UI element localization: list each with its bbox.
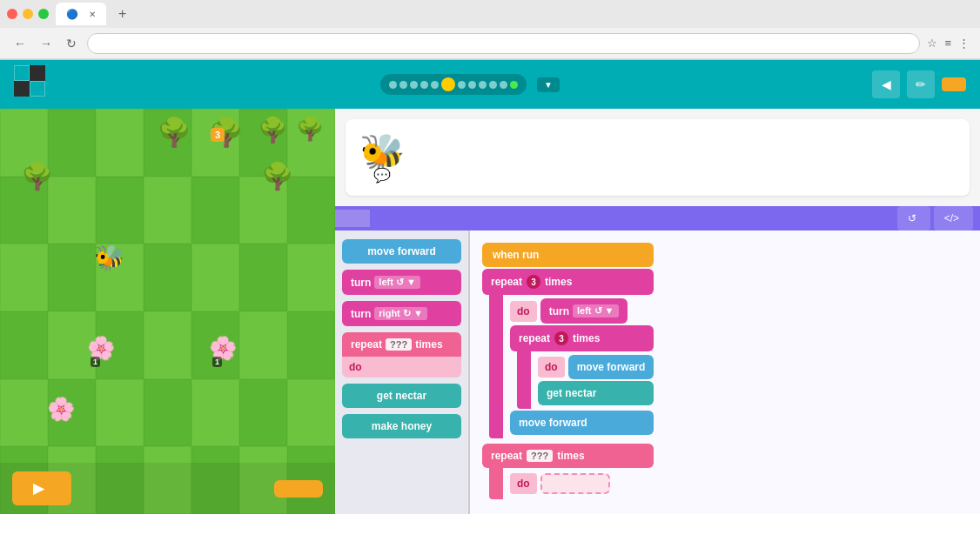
turn-ws-label: turn bbox=[549, 305, 569, 317]
instruction-box: 🐝 💬 bbox=[346, 119, 970, 196]
turn-left-inner: left ↺ ▼ bbox=[374, 276, 420, 289]
user-btn[interactable] bbox=[942, 77, 966, 91]
do-label-1: do bbox=[510, 301, 537, 322]
forward-btn[interactable]: → bbox=[37, 35, 56, 52]
start-over-btn[interactable]: ↺ bbox=[897, 206, 930, 231]
turn-right-label: turn bbox=[351, 308, 371, 320]
do-empty-row: do bbox=[510, 471, 610, 496]
outer-repeat-children: do turn left ↺ ▼ repeat bbox=[503, 295, 654, 438]
tab-close-btn[interactable]: ✕ bbox=[89, 10, 96, 19]
inner-repeat-block: repeat 3 times do bbox=[510, 325, 654, 409]
settings-icon[interactable]: ≡ bbox=[944, 37, 951, 50]
dot-12 bbox=[510, 81, 518, 89]
inner-repeat-children: do move forward get nectar bbox=[531, 351, 654, 409]
stage-area: ▼ bbox=[57, 74, 872, 95]
bottom-repeat-block: repeat ??? times do bbox=[482, 444, 654, 499]
step-btn[interactable] bbox=[274, 480, 323, 498]
bottom-repeat-times: times bbox=[557, 450, 584, 462]
workspace-header: ↺ </> bbox=[335, 206, 980, 231]
inner-repeat-label: repeat bbox=[519, 332, 550, 344]
puzzle-dots bbox=[380, 74, 527, 95]
move-forward-ws1[interactable]: move forward bbox=[568, 355, 654, 379]
get-nectar-ws[interactable]: get nectar bbox=[538, 381, 654, 405]
do-label-2: do bbox=[538, 357, 565, 378]
extensions-icon[interactable]: ⋮ bbox=[958, 37, 970, 50]
bookmark-icon[interactable]: ☆ bbox=[927, 37, 937, 50]
turn-left-ws-block[interactable]: turn left ↺ ▼ bbox=[540, 298, 628, 324]
dot-11 bbox=[500, 81, 507, 89]
dot-1 bbox=[389, 81, 397, 89]
dot-3 bbox=[410, 81, 418, 89]
turn-right-inner: right ↻ ▼ bbox=[374, 307, 426, 320]
game-area: // Generate checkerboard const grid = do… bbox=[0, 109, 335, 514]
repeat-palette-times: times bbox=[415, 338, 442, 351]
turn-ws-inner: left ↺ ▼ bbox=[573, 304, 619, 317]
bottom-connector bbox=[489, 468, 503, 499]
inner-repeat-num: 3 bbox=[554, 331, 568, 345]
logo bbox=[14, 65, 57, 104]
back-btn[interactable]: ← bbox=[10, 35, 30, 52]
new-tab-btn[interactable]: + bbox=[113, 6, 131, 22]
outer-repeat-body: do turn left ↺ ▼ repeat bbox=[482, 295, 654, 438]
play-icon: ▶ bbox=[33, 480, 44, 497]
outer-repeat-block: repeat 3 times do bbox=[482, 269, 654, 438]
logo-c bbox=[14, 65, 30, 81]
tab-favicon: 🔵 bbox=[66, 9, 78, 20]
turn-left-block[interactable]: turn left ↺ ▼ bbox=[342, 270, 461, 295]
dot-7 bbox=[458, 81, 466, 89]
header-right: ◀ ✏ bbox=[872, 70, 966, 98]
show-code-btn[interactable]: </> bbox=[934, 206, 973, 231]
repeat-palette-label: repeat bbox=[351, 338, 382, 351]
when-run-group: when run repeat 3 times bbox=[482, 243, 654, 499]
dot-active bbox=[441, 77, 455, 91]
dot-8 bbox=[468, 81, 476, 89]
dot-2 bbox=[399, 81, 407, 89]
inner-connector bbox=[517, 351, 531, 409]
do-turn-row: do turn left ↺ ▼ bbox=[510, 298, 654, 324]
inner-repeat-times: times bbox=[573, 332, 600, 344]
blocks-tab[interactable] bbox=[335, 210, 370, 227]
url-input[interactable] bbox=[87, 33, 920, 54]
title-bar: 🔵 ✕ + bbox=[0, 0, 980, 28]
when-run-block[interactable]: when run bbox=[482, 243, 654, 267]
get-nectar-block[interactable]: get nectar bbox=[342, 384, 461, 408]
dot-5 bbox=[431, 81, 439, 89]
make-honey-block[interactable]: make honey bbox=[342, 414, 461, 438]
back-course-btn[interactable]: ◀ bbox=[872, 70, 900, 98]
outer-repeat-label: repeat bbox=[491, 276, 522, 288]
outer-repeat-header[interactable]: repeat 3 times bbox=[482, 269, 654, 295]
repeat-block-palette[interactable]: repeat ??? times do bbox=[342, 332, 461, 378]
bottom-repeat-children: do bbox=[503, 468, 610, 499]
logo-d bbox=[14, 81, 30, 97]
inner-repeat-header[interactable]: repeat 3 times bbox=[510, 325, 654, 351]
refresh-icon: ↺ bbox=[908, 212, 916, 224]
dot-10 bbox=[489, 81, 497, 89]
bottom-repeat-header[interactable]: repeat ??? times bbox=[482, 444, 654, 468]
empty-slot[interactable] bbox=[540, 473, 610, 494]
move-forward-ws2[interactable]: move forward bbox=[510, 411, 654, 435]
edit-btn[interactable]: ✏ bbox=[907, 70, 935, 98]
logo-e bbox=[30, 81, 45, 97]
bee-mascot-area: 🐝 💬 bbox=[359, 131, 405, 184]
blocks-workspace: move forward turn left ↺ ▼ turn right ↻ … bbox=[335, 231, 980, 514]
reload-btn[interactable]: ↻ bbox=[63, 35, 80, 52]
browser-toolbar: ☆ ≡ ⋮ bbox=[927, 37, 970, 50]
do-move-row: do move forward bbox=[538, 355, 654, 379]
app-header: ▼ ◀ ✏ bbox=[0, 60, 980, 109]
right-panel: 🐝 💬 ↺ </> move bbox=[335, 109, 980, 514]
workspace-info bbox=[370, 210, 897, 227]
run-btn[interactable]: ▶ bbox=[12, 471, 71, 505]
do-label-3: do bbox=[510, 473, 537, 494]
outer-repeat-times: times bbox=[545, 276, 572, 288]
game-controls: ▶ bbox=[0, 463, 335, 514]
turn-right-block[interactable]: turn right ↻ ▼ bbox=[342, 301, 461, 326]
repeat-palette-input: ??? bbox=[386, 338, 412, 351]
more-btn[interactable]: ▼ bbox=[537, 77, 560, 92]
speech-bubble-icon: 💬 bbox=[373, 167, 391, 184]
browser-chrome: 🔵 ✕ + ← → ↻ ☆ ≡ ⋮ bbox=[0, 0, 980, 60]
dot-4 bbox=[420, 81, 428, 89]
game-grid: // Generate checkerboard const grid = do… bbox=[0, 109, 335, 514]
move-forward-block[interactable]: move forward bbox=[342, 239, 461, 264]
bottom-repeat-input: ??? bbox=[527, 450, 553, 462]
browser-tab[interactable]: 🔵 ✕ bbox=[56, 3, 106, 25]
